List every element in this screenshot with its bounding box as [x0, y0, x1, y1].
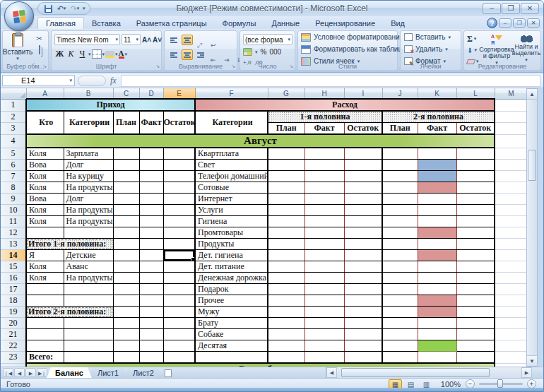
- cell-D10[interactable]: [139, 205, 163, 216]
- cell-F13[interactable]: Продукты: [195, 239, 268, 250]
- cell-M13[interactable]: [495, 239, 528, 250]
- workbook-restore-button[interactable]: ❐: [513, 18, 526, 28]
- cell-F20[interactable]: Брату: [195, 318, 268, 329]
- cell-I7[interactable]: [344, 171, 382, 182]
- cell-K6[interactable]: [418, 160, 456, 171]
- cell-D6[interactable]: [139, 160, 163, 171]
- column-header-J[interactable]: J: [382, 88, 418, 99]
- cell-J12[interactable]: [382, 227, 418, 239]
- header-second-half[interactable]: 2-я половина: [382, 111, 495, 123]
- delete-cells-button[interactable]: Удалить▾: [401, 43, 461, 55]
- cell-K10[interactable]: [418, 205, 456, 216]
- column-header-A[interactable]: A: [26, 88, 64, 99]
- grow-font-button[interactable]: А˄: [142, 36, 151, 44]
- cell-C8[interactable]: [113, 182, 139, 194]
- cell-B11[interactable]: На продукты: [64, 216, 113, 227]
- sort-filter-button[interactable]: АЯ Сортировка и фильтр ▾: [483, 34, 511, 65]
- cell-B9[interactable]: Долг: [64, 194, 113, 205]
- cell-C17[interactable]: [113, 284, 139, 295]
- cell-M17[interactable]: [495, 284, 528, 295]
- row-header-4[interactable]: 4: [1, 134, 26, 148]
- cell-E8[interactable]: [163, 182, 195, 194]
- row-header-15[interactable]: 15: [1, 261, 26, 273]
- cell-C7[interactable]: [113, 171, 139, 182]
- font-size-dropdown-icon[interactable]: ▾: [136, 37, 138, 42]
- workbook-minimize-button[interactable]: –: [499, 18, 512, 28]
- cell-B23[interactable]: [64, 352, 113, 364]
- cell-J8[interactable]: [382, 182, 418, 194]
- cell-A10[interactable]: Коля: [26, 205, 64, 216]
- column-header-D[interactable]: D: [139, 88, 163, 99]
- underline-dropdown-icon[interactable]: ▾: [88, 52, 91, 57]
- cell-L21[interactable]: [456, 329, 495, 340]
- cell-H13[interactable]: [304, 239, 344, 250]
- align-top-button[interactable]: [168, 35, 179, 45]
- expense-banner[interactable]: Расход: [195, 99, 495, 111]
- cell-J9[interactable]: [382, 194, 418, 205]
- cell-F22[interactable]: Десятая: [195, 340, 268, 352]
- cell-B17[interactable]: [64, 284, 113, 295]
- row-header-10[interactable]: 10: [1, 205, 26, 216]
- cell-M21[interactable]: [495, 329, 528, 340]
- cell-H16[interactable]: [304, 273, 344, 284]
- cell-G10[interactable]: [268, 205, 304, 216]
- cell-D17[interactable]: [139, 284, 163, 295]
- cell-I18[interactable]: [344, 295, 382, 307]
- cell-E11[interactable]: [163, 216, 195, 227]
- underline-button[interactable]: Ч: [77, 49, 88, 59]
- cell-C13[interactable]: [113, 239, 139, 250]
- income-banner[interactable]: Приход: [26, 99, 195, 111]
- tab-razmetka[interactable]: Разметка страницы: [129, 18, 215, 29]
- accounting-dropdown-icon[interactable]: ▾: [255, 49, 258, 55]
- row-header-12[interactable]: 12: [1, 227, 26, 239]
- cell-E6[interactable]: [163, 160, 195, 171]
- cell-J22[interactable]: [382, 340, 418, 352]
- cell-B22[interactable]: [64, 340, 113, 352]
- cell-G7[interactable]: [268, 171, 304, 182]
- cell-F12[interactable]: Промтовары: [195, 227, 268, 239]
- cell-E20[interactable]: [163, 318, 195, 329]
- cell-E5[interactable]: [163, 148, 195, 160]
- align-right-button[interactable]: [195, 49, 206, 60]
- cell-F11[interactable]: Гигиена: [195, 216, 268, 227]
- cell-I13[interactable]: [344, 239, 382, 250]
- cell-C22[interactable]: [113, 340, 139, 352]
- clipboard-dialog-launcher-icon[interactable]: ↘: [42, 64, 47, 69]
- cell-K19[interactable]: [418, 307, 456, 318]
- fill-dropdown-icon[interactable]: ▾: [474, 47, 477, 53]
- cell-C10[interactable]: [113, 205, 139, 216]
- cell-J14[interactable]: [382, 250, 418, 261]
- tab-glavnaya[interactable]: Главная: [37, 17, 84, 29]
- cell-A9[interactable]: Вова: [26, 194, 64, 205]
- month-row-4[interactable]: Август: [26, 134, 495, 148]
- cell-M8[interactable]: [495, 182, 528, 194]
- font-color-icon[interactable]: А: [119, 49, 124, 59]
- cell-G18[interactable]: [268, 295, 304, 307]
- total-label-13[interactable]: Итого 1-я половина:: [26, 239, 113, 250]
- cell-M2[interactable]: [495, 111, 528, 123]
- cell-K9[interactable]: [418, 194, 456, 205]
- cell-L12[interactable]: [456, 227, 495, 239]
- row-header-1[interactable]: 1: [1, 99, 26, 111]
- cell-M15[interactable]: [495, 261, 528, 273]
- cell-C16[interactable]: [113, 273, 139, 284]
- row-header-8[interactable]: 8: [1, 182, 26, 194]
- cell-G13[interactable]: [268, 239, 304, 250]
- cell-G20[interactable]: [268, 318, 304, 329]
- cell-G21[interactable]: [268, 329, 304, 340]
- cell-D9[interactable]: [139, 194, 163, 205]
- cell-K21[interactable]: [418, 329, 456, 340]
- cell-A22[interactable]: [26, 340, 64, 352]
- cell-H14[interactable]: [304, 250, 344, 261]
- scroll-left-icon[interactable]: ◀: [326, 367, 337, 378]
- cell-C5[interactable]: [113, 148, 139, 160]
- cell-J21[interactable]: [382, 329, 418, 340]
- cell-H7[interactable]: [304, 171, 344, 182]
- cell-H18[interactable]: [304, 295, 344, 307]
- cell-I10[interactable]: [344, 205, 382, 216]
- cell-I20[interactable]: [344, 318, 382, 329]
- total-label-19[interactable]: Итого 2-я половина:: [26, 307, 113, 318]
- tab-dannye[interactable]: Данные: [264, 18, 307, 29]
- cell-J20[interactable]: [382, 318, 418, 329]
- cell-A8[interactable]: Коля: [26, 182, 64, 194]
